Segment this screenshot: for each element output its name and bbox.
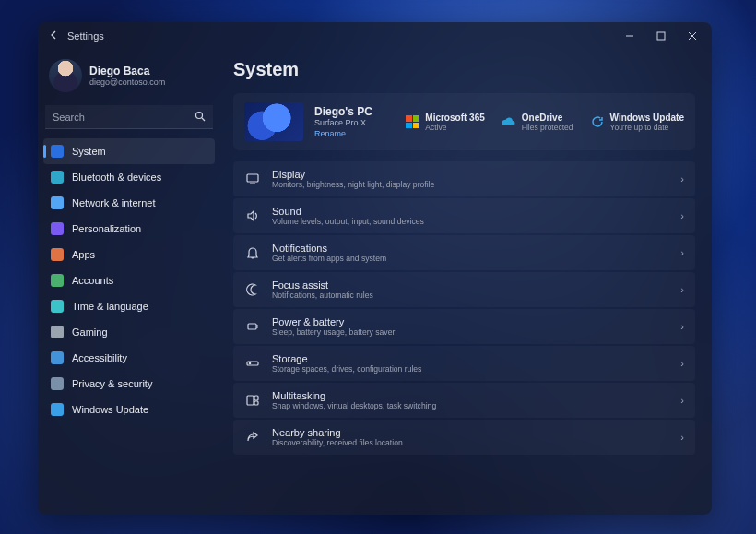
- tile-subtitle: Files protected: [522, 123, 573, 132]
- gamepad-icon: [51, 326, 64, 338]
- settings-window: Settings Diego Baca diego@contoso.com: [38, 22, 712, 515]
- chevron-right-icon: ›: [680, 284, 684, 295]
- display-icon: [244, 171, 261, 187]
- settings-row-moon[interactable]: Focus assistNotifications, automatic rul…: [233, 272, 695, 307]
- row-subtitle: Get alerts from apps and system: [272, 254, 386, 263]
- cloud-icon: [502, 114, 516, 129]
- share-icon: [244, 429, 261, 445]
- search-input[interactable]: [53, 112, 195, 123]
- sidebar-item-label: Privacy & security: [72, 378, 152, 389]
- sidebar-item-label: Network & internet: [72, 197, 155, 208]
- row-subtitle: Storage spaces, drives, configuration ru…: [272, 364, 421, 374]
- back-button[interactable]: [41, 30, 67, 42]
- tile-title: Windows Update: [610, 113, 684, 123]
- brush-icon: [51, 222, 64, 235]
- settings-row-bell[interactable]: NotificationsGet alerts from apps and sy…: [233, 235, 695, 270]
- svg-rect-14: [254, 396, 258, 400]
- sidebar-item-apps[interactable]: Apps: [43, 242, 215, 267]
- row-subtitle: Notifications, automatic rules: [272, 291, 373, 300]
- svg-point-12: [249, 362, 250, 363]
- sound-icon: [244, 208, 261, 224]
- row-title: Notifications: [272, 243, 386, 254]
- tile-subtitle: Active: [425, 123, 484, 132]
- settings-row-storage[interactable]: StorageStorage spaces, drives, configura…: [233, 346, 695, 381]
- sidebar-item-windows-update[interactable]: Windows Update: [43, 397, 215, 422]
- sidebar-item-accounts[interactable]: Accounts: [43, 267, 215, 293]
- chevron-right-icon: ›: [680, 247, 684, 258]
- row-title: Nearby sharing: [272, 427, 403, 438]
- grid-icon: [51, 248, 64, 261]
- row-subtitle: Sleep, battery usage, battery saver: [272, 327, 395, 337]
- rename-link[interactable]: Rename: [314, 129, 372, 138]
- row-title: Storage: [272, 353, 421, 364]
- sidebar-item-privacy-security[interactable]: Privacy & security: [43, 371, 215, 397]
- bluetooth-icon: [51, 171, 64, 184]
- settings-row-multitask[interactable]: MultitaskingSnap windows, virtual deskto…: [233, 383, 695, 418]
- chevron-right-icon: ›: [680, 173, 684, 184]
- app-title: Settings: [67, 30, 104, 42]
- sidebar-item-gaming[interactable]: Gaming: [43, 319, 215, 345]
- bell-icon: [244, 244, 261, 261]
- sidebar-item-label: Accessibility: [72, 352, 127, 363]
- row-title: Focus assist: [272, 279, 373, 291]
- monitor-icon: [51, 145, 64, 158]
- main-panel: System Diego's PC Surface Pro X Rename M…: [220, 50, 712, 515]
- minimize-button[interactable]: [614, 22, 645, 50]
- row-subtitle: Volume levels, output, input, sound devi…: [272, 217, 424, 226]
- sidebar-item-accessibility[interactable]: Accessibility: [43, 345, 215, 371]
- status-tile-update[interactable]: Windows UpdateYou're up to date: [590, 113, 684, 132]
- sidebar-item-time-language[interactable]: Time & language: [43, 293, 215, 319]
- status-tile-cloud[interactable]: OneDriveFiles protected: [502, 113, 573, 132]
- sidebar-item-bluetooth-devices[interactable]: Bluetooth & devices: [43, 164, 215, 190]
- sidebar: Diego Baca diego@contoso.com SystemBluet…: [38, 50, 220, 515]
- row-subtitle: Monitors, brightness, night light, displ…: [272, 180, 434, 189]
- sidebar-item-label: Gaming: [72, 326, 108, 338]
- search-field[interactable]: [45, 105, 213, 129]
- ms365-icon: [405, 114, 419, 129]
- settings-row-display[interactable]: DisplayMonitors, brightness, night light…: [233, 161, 695, 196]
- row-subtitle: Discoverability, received files location: [272, 438, 403, 447]
- clock-icon: [51, 300, 64, 313]
- user-block[interactable]: Diego Baca diego@contoso.com: [43, 53, 215, 101]
- device-model: Surface Pro X: [314, 118, 372, 127]
- sidebar-item-network-internet[interactable]: Network & internet: [43, 190, 215, 216]
- sidebar-item-label: Bluetooth & devices: [72, 172, 161, 183]
- status-tile-ms365[interactable]: Microsoft 365Active: [405, 113, 484, 132]
- page-title: System: [233, 59, 695, 80]
- settings-row-power[interactable]: Power & batterySleep, battery usage, bat…: [233, 309, 695, 344]
- user-name: Diego Baca: [89, 65, 165, 77]
- row-title: Sound: [272, 206, 424, 217]
- titlebar: Settings: [38, 22, 712, 50]
- svg-rect-13: [247, 396, 254, 405]
- svg-line-5: [202, 118, 205, 121]
- sidebar-item-label: Personalization: [72, 223, 141, 234]
- svg-rect-8: [248, 324, 256, 329]
- chevron-right-icon: ›: [680, 210, 684, 221]
- person-icon: [51, 274, 64, 287]
- chevron-right-icon: ›: [680, 395, 684, 406]
- settings-row-share[interactable]: Nearby sharingDiscoverability, received …: [233, 420, 695, 455]
- sidebar-item-label: System: [72, 146, 106, 157]
- svg-rect-15: [254, 401, 258, 405]
- row-subtitle: Snap windows, virtual desktops, task swi…: [272, 401, 436, 410]
- sidebar-item-personalization[interactable]: Personalization: [43, 216, 215, 242]
- shield-icon: [51, 377, 64, 390]
- maximize-button[interactable]: [645, 22, 677, 50]
- device-thumbnail: [244, 102, 303, 141]
- avatar: [49, 59, 82, 92]
- chevron-right-icon: ›: [680, 321, 684, 332]
- sidebar-item-label: Apps: [72, 249, 95, 260]
- sidebar-item-system[interactable]: System: [43, 138, 215, 164]
- device-name: Diego's PC: [314, 105, 372, 118]
- close-button[interactable]: [677, 22, 708, 50]
- power-icon: [244, 318, 261, 335]
- accessibility-icon: [51, 351, 64, 364]
- multitask-icon: [244, 392, 261, 409]
- window-controls: [614, 22, 708, 50]
- sidebar-item-label: Windows Update: [72, 404, 148, 415]
- moon-icon: [244, 281, 261, 298]
- chevron-right-icon: ›: [680, 432, 684, 443]
- row-title: Power & battery: [272, 316, 395, 327]
- settings-row-sound[interactable]: SoundVolume levels, output, input, sound…: [233, 198, 695, 233]
- svg-rect-6: [247, 174, 258, 182]
